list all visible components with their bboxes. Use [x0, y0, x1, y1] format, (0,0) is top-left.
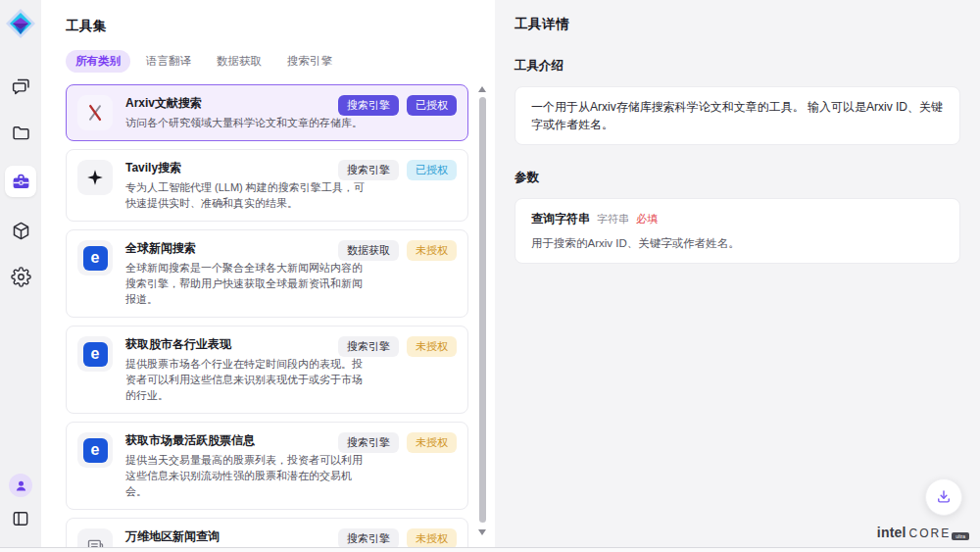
tab-search-engine[interactable]: 搜索引擎 [277, 50, 342, 73]
scroll-down-icon[interactable] [478, 529, 486, 535]
scrollbar[interactable] [478, 84, 486, 537]
auth-badge: 未授权 [407, 432, 457, 453]
sidebar-item-chat[interactable] [8, 74, 33, 99]
tavily-star-icon [77, 160, 113, 195]
toolbox-icon [11, 172, 31, 192]
tool-card-arxiv[interactable]: Arxiv文献搜索 访问各个研究领域大量科学论文和文章的存储库。 搜索引擎 已授… [66, 84, 468, 141]
category-badge: 搜索引擎 [338, 160, 399, 180]
auth-badge: 已授权 [407, 95, 457, 116]
sidebar-toggle[interactable] [8, 506, 33, 531]
tool-card-most-active-stocks[interactable]: e 获取市场最活跃股票信息 提供当天交易量最高的股票列表，投资者可以利用这些信息… [66, 422, 468, 510]
category-badge: 搜索引擎 [338, 528, 399, 547]
auth-badge: 未授权 [407, 240, 457, 261]
blue-e-logo-icon: e [77, 432, 113, 468]
cube-icon [11, 221, 31, 241]
tool-card-regional-news[interactable]: 万维地区新闻查询 查询具体行政区划内的新闻，快速了解各地新闻动 搜索引擎 未授权 [66, 518, 468, 547]
sidebar-bottom [8, 474, 33, 531]
app-logo-icon [4, 7, 37, 40]
tool-card-global-news[interactable]: e 全球新闻搜索 全球新闻搜索是一个聚合全球各大新闻网站内容的搜索引擎，帮助用户… [66, 229, 468, 318]
params-heading: 参数 [514, 170, 960, 186]
sidebar-item-settings[interactable] [8, 264, 33, 289]
tab-data-fetch[interactable]: 数据获取 [207, 50, 271, 73]
tools-panel: 工具集 所有类别 语言翻译 数据获取 搜索引擎 Arxiv文献搜索 访问各个研究… [41, 0, 495, 547]
download-button[interactable] [925, 478, 962, 516]
param-name: 查询字符串 [531, 211, 590, 227]
user-avatar[interactable] [9, 474, 32, 497]
detail-title: 工具详情 [514, 16, 960, 33]
tab-all-categories[interactable]: 所有类别 [66, 50, 130, 73]
tool-card-tavily[interactable]: Tavily搜索 专为人工智能代理 (LLM) 构建的搜索引擎工具，可快速提供实… [66, 149, 468, 222]
sidebar-item-tools[interactable] [5, 166, 36, 197]
tool-description: 全球新闻搜索是一个聚合全球各大新闻网站内容的搜索引擎，帮助用户快速获取全球最新资… [125, 260, 372, 307]
param-description: 用于搜索的Arxiv ID、关键字或作者姓名。 [531, 236, 944, 251]
sidebar-item-models[interactable] [8, 218, 33, 243]
tool-description: 提供股票市场各个行业在特定时间段内的表现。投资者可以利用这些信息来识别表现优于或… [125, 356, 372, 403]
folder-icon [11, 123, 31, 143]
newspaper-icon [77, 528, 113, 547]
gear-icon [11, 267, 31, 287]
app-window: 工具集 所有类别 语言翻译 数据获取 搜索引擎 Arxiv文献搜索 访问各个研究… [0, 0, 980, 547]
param-required-badge: 必填 [636, 212, 658, 226]
intro-heading: 工具介绍 [514, 58, 960, 75]
tool-description: 访问各个研究领域大量科学论文和文章的存储库。 [125, 115, 372, 130]
category-badge: 数据获取 [338, 240, 399, 261]
chat-icon [11, 76, 31, 97]
auth-badge: 未授权 [407, 528, 457, 547]
page-title: 工具集 [66, 18, 468, 35]
category-badge: 搜索引擎 [338, 95, 399, 116]
sidebar-item-files[interactable] [8, 120, 33, 145]
intel-core-logo: intelCOREultra [877, 525, 969, 540]
scroll-up-icon[interactable] [478, 86, 486, 92]
auth-badge: 未授权 [407, 336, 457, 357]
window-bottom-edge [0, 547, 980, 552]
layout-toggle-icon [11, 509, 30, 528]
scrollbar-thumb[interactable] [479, 97, 486, 523]
download-icon [935, 488, 953, 506]
sidebar [0, 0, 41, 547]
tool-detail-panel: 工具详情 工具介绍 一个用于从Arxiv存储库搜索科学论文和文章的工具。 输入可… [495, 0, 980, 547]
category-badge: 搜索引擎 [338, 432, 399, 453]
tool-description: 专为人工智能代理 (LLM) 构建的搜索引擎工具，可快速提供实时、准确和真实的结… [125, 179, 372, 211]
blue-e-logo-icon: e [77, 240, 113, 276]
category-tabs: 所有类别 语言翻译 数据获取 搜索引擎 [66, 50, 468, 73]
sidebar-nav [5, 74, 36, 289]
tool-card-sector-performance[interactable]: e 获取股市各行业表现 提供股票市场各个行业在特定时间段内的表现。投资者可以利用… [66, 326, 468, 414]
arxiv-logo-icon [77, 95, 113, 130]
category-badge: 搜索引擎 [338, 336, 399, 357]
tool-list: Arxiv文献搜索 访问各个研究领域大量科学论文和文章的存储库。 搜索引擎 已授… [66, 84, 468, 547]
param-type: 字符串 [597, 212, 629, 226]
auth-badge: 已授权 [407, 160, 457, 180]
tab-translation[interactable]: 语言翻译 [136, 50, 201, 73]
user-avatar-icon [14, 478, 28, 493]
tool-intro-card: 一个用于从Arxiv存储库搜索科学论文和文章的工具。 输入可以是Arxiv ID… [514, 86, 960, 145]
blue-e-logo-icon: e [77, 336, 113, 372]
tool-description: 提供当天交易量最高的股票列表，投资者可以利用这些信息来识别流动性强的股票和潜在的… [125, 452, 372, 499]
param-card: 查询字符串 字符串 必填 用于搜索的Arxiv ID、关键字或作者姓名。 [514, 198, 960, 264]
